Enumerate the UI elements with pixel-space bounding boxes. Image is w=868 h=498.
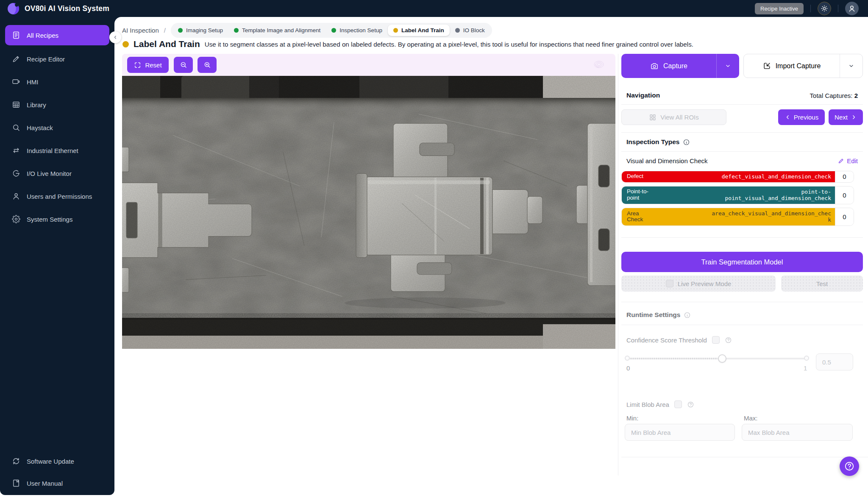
runtime-settings-title: Runtime Settings: [626, 311, 680, 319]
limit-blob-area-label: Limit Blob Area: [626, 401, 669, 408]
confidence-threshold-row: Confidence Score Threshold: [626, 336, 732, 344]
type-code: point-to-point_visual_and_dimension_chec…: [710, 189, 831, 202]
live-preview-label: Live Preview Mode: [678, 280, 732, 287]
canvas-toolbar: Reset: [122, 54, 615, 76]
type-code: area_check_visual_and_dimension_check: [710, 210, 831, 223]
sidebar-item-user-manual[interactable]: User Manual: [5, 474, 109, 492]
type-color-bar: Area Check area_check_visual_and_dimensi…: [622, 208, 835, 225]
person-icon: [848, 4, 856, 13]
next-button[interactable]: Next: [829, 109, 863, 125]
import-capture-button[interactable]: Import Capture: [744, 54, 840, 78]
sidebar-item-industrial-ethernet[interactable]: Industrial Ethernet: [5, 141, 109, 160]
import-icon: [763, 62, 771, 70]
sidebar-item-label: Library: [27, 101, 46, 109]
zoom-out-button[interactable]: [174, 57, 193, 73]
chevron-left-icon: [785, 114, 791, 120]
sidebar-item-library[interactable]: Library: [5, 95, 109, 114]
sidebar-item-label: Haystack: [27, 124, 53, 131]
inspection-type-row-area-check[interactable]: Area Check area_check_visual_and_dimensi…: [621, 208, 854, 226]
edit-label: Edit: [847, 157, 858, 164]
inspection-types-header: Inspection Types: [626, 138, 690, 146]
capture-button[interactable]: Capture: [621, 54, 716, 78]
monitor-icon: [12, 78, 20, 86]
type-count: 0: [835, 208, 854, 225]
divider: [621, 151, 863, 152]
step-inspection-setup[interactable]: Inspection Setup: [326, 25, 388, 36]
sidebar-collapse-button[interactable]: [109, 31, 121, 43]
max-blob-area-input[interactable]: [742, 424, 853, 441]
navigation-title: Navigation: [626, 92, 660, 99]
info-icon[interactable]: [684, 312, 691, 319]
sidebar-item-io-live-monitor[interactable]: I/O Live Monitor: [5, 164, 109, 183]
io-monitor-icon: [12, 169, 20, 178]
sidebar-item-haystack[interactable]: Haystack: [5, 118, 109, 137]
max-label: Max:: [744, 415, 758, 422]
train-segmentation-model-button[interactable]: Train Segmentation Model: [621, 252, 863, 272]
user-avatar-button[interactable]: [845, 2, 859, 15]
limit-blob-area-row: Limit Blob Area: [626, 401, 694, 408]
limit-blob-area-checkbox[interactable]: [674, 401, 682, 408]
confidence-threshold-checkbox[interactable]: [712, 336, 720, 344]
min-blob-area-input[interactable]: [625, 424, 735, 441]
sidebar-item-label: All Recipes: [27, 32, 58, 39]
sidebar-item-recipe-editor[interactable]: Recipe Editor: [5, 50, 109, 68]
import-capture-split-button: Import Capture: [743, 54, 863, 78]
chevron-down-icon: [848, 63, 854, 69]
runtime-settings-header: Runtime Settings: [626, 311, 691, 319]
recipes-icon: [12, 31, 20, 39]
slider-track[interactable]: [626, 358, 807, 359]
inspection-type-row-defect[interactable]: Defect defect_visual_and_dimension_check…: [621, 171, 854, 183]
slider-filled-track: [626, 358, 717, 359]
breadcrumb: AI Inspection / Imaging Setup Template I…: [122, 23, 492, 38]
step-template-image-alignment[interactable]: Template Image and Alignment: [228, 25, 326, 36]
question-icon[interactable]: [687, 401, 694, 408]
step-label-and-train[interactable]: Label And Train: [388, 25, 450, 36]
inspection-type-row-point-to-point[interactable]: Point-to-point point-to-point_visual_and…: [621, 186, 854, 204]
help-button[interactable]: [840, 456, 859, 476]
step-imaging-setup[interactable]: Imaging Setup: [172, 25, 228, 36]
breadcrumb-separator: /: [164, 27, 166, 34]
type-label: Defect: [627, 173, 655, 180]
sidebar-item-system-settings[interactable]: System Settings: [5, 210, 109, 228]
sidebar-item-label: System Settings: [27, 216, 72, 223]
brand: OV80i AI Vision System: [8, 3, 109, 14]
status-dot: [178, 28, 183, 33]
inspection-types-title: Inspection Types: [626, 138, 679, 146]
total-captures: Total Captures: 2: [810, 92, 858, 99]
capture-image-canvas[interactable]: [122, 76, 615, 349]
zoom-in-button[interactable]: [198, 57, 217, 73]
view-all-rois-button[interactable]: View All ROIs: [621, 109, 726, 125]
workflow-steps: Imaging Setup Template Image and Alignme…: [171, 23, 492, 38]
reset-label: Reset: [145, 61, 161, 69]
table-icon: [12, 100, 20, 109]
type-label: Area Check: [627, 211, 655, 223]
capture-dropdown-button[interactable]: [716, 54, 739, 78]
theme-toggle-button[interactable]: [818, 2, 831, 15]
live-preview-checkbox[interactable]: [666, 280, 673, 287]
import-capture-dropdown-button[interactable]: [840, 54, 862, 78]
previous-button[interactable]: Previous: [778, 109, 825, 125]
live-preview-mode-button[interactable]: Live Preview Mode: [621, 275, 776, 292]
confidence-value-input[interactable]: [816, 353, 853, 370]
slider-thumb[interactable]: [718, 354, 726, 363]
question-icon[interactable]: [725, 337, 732, 344]
edit-classes-button[interactable]: Edit: [838, 157, 858, 164]
reset-focus-icon: [134, 61, 141, 69]
divider: [621, 457, 868, 457]
test-button[interactable]: Test: [781, 275, 863, 292]
help-icon: [844, 461, 855, 472]
sidebar-item-users-permissions[interactable]: Users and Permissions: [5, 187, 109, 206]
reset-view-button[interactable]: Reset: [127, 57, 169, 73]
next-label: Next: [835, 114, 848, 121]
breadcrumb-root[interactable]: AI Inspection: [122, 27, 159, 34]
sidebar-item-hmi[interactable]: HMI: [5, 72, 109, 91]
step-label: Label And Train: [401, 27, 444, 33]
sidebar-item-software-update[interactable]: Software Update: [5, 452, 109, 470]
capture-label: Capture: [663, 62, 687, 70]
pencil-icon: [12, 55, 20, 63]
step-label: IO Block: [463, 27, 485, 33]
slider-max-label: 1: [804, 364, 807, 372]
sidebar-item-all-recipes[interactable]: All Recipes: [5, 25, 109, 45]
info-icon[interactable]: [683, 139, 690, 146]
step-io-block[interactable]: IO Block: [450, 25, 490, 36]
